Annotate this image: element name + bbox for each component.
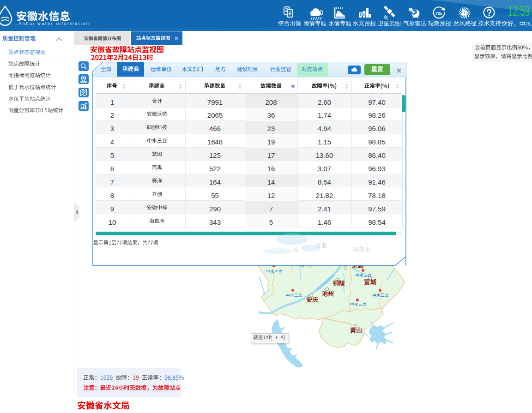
svg-text:72h: 72h [435,11,442,16]
